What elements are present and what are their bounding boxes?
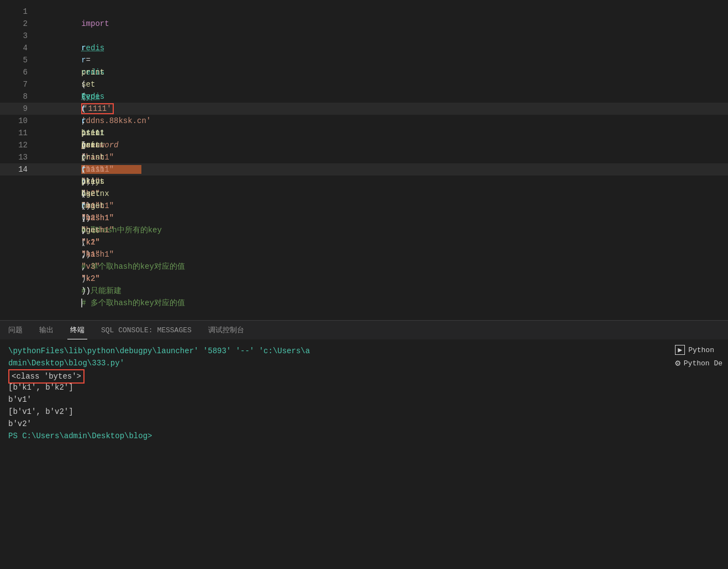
terminal-content: \pythonFiles\lib\python\debugpy\launcher… <box>0 339 728 569</box>
python-debug-item[interactable]: ⚙ Python De <box>675 358 722 369</box>
code-line-1: import redis <box>39 6 728 18</box>
code-line-11: print ( r . hget ( "hash1" , "k1" )) # 单… <box>39 127 728 139</box>
code-line-9: r . hset ( "hash1" , "k2" , "v2" ) <box>39 103 728 115</box>
terminal-line-7: b'v2' <box>8 418 720 430</box>
line-num-9: 9 <box>0 103 39 115</box>
code-container: 1 2 3 4 5 6 7 8 9 10 11 12 13 14 import … <box>0 0 728 320</box>
code-line-12: print ( r . hmget ( "hash1" , "k1" , "k2… <box>39 139 728 151</box>
terminal-line-4: [b'k1', b'k2'] <box>8 381 720 393</box>
tab-debug-console[interactable]: 调试控制台 <box>205 321 247 340</box>
python-debug-label: Python De <box>684 359 722 368</box>
line-num-12: 12 <box>0 139 39 151</box>
line-num-11: 11 <box>0 127 39 139</box>
tab-output[interactable]: 输出 <box>36 321 56 340</box>
line-num-4: 4 <box>0 42 39 54</box>
code-line-2 <box>39 18 728 30</box>
terminal-area[interactable]: \pythonFiles\lib\python\debugpy\launcher… <box>0 339 728 448</box>
code-line-13: r . hsetnx ( "hash1" , "k2" , "v3" ) # 只… <box>39 151 728 163</box>
line-num-7: 7 <box>0 78 39 91</box>
line-num-13: 13 <box>0 151 39 163</box>
cursor <box>81 299 82 307</box>
line-num-1: 1 <box>0 6 39 18</box>
gear-icon: ⚙ <box>675 358 680 369</box>
terminal-line-1: \pythonFiles\lib\python\debugpy\launcher… <box>8 345 720 357</box>
set-key-highlight: '1111' <box>81 103 113 114</box>
terminal-line-6: [b'v1', b'v2'] <box>8 406 720 418</box>
python-label: Python <box>688 346 714 354</box>
line-num-8: 8 <box>0 91 39 103</box>
tab-problems[interactable]: 问题 <box>6 321 25 340</box>
line-numbers: 1 2 3 4 5 6 7 8 9 10 11 12 13 14 <box>0 0 39 320</box>
code-line-3: r = redis . Redis ( 'ddns.88ksk.cn' , pa… <box>39 30 728 42</box>
terminal-right-panel: ▶ Python ⚙ Python De <box>675 345 722 369</box>
tab-sql-console[interactable]: SQL CONSOLE: MESSAGES <box>98 321 194 340</box>
terminal-line-3: <class 'bytes'> <box>8 369 720 381</box>
line-num-3: 3 <box>0 30 39 42</box>
editor-area: 1 2 3 4 5 6 7 8 9 10 11 12 13 14 import … <box>0 0 728 320</box>
code-line-6 <box>39 66 728 78</box>
terminal-line-5: b'v1' <box>8 393 720 406</box>
line-num-2: 2 <box>0 18 39 30</box>
panel-bottom: 问题 输出 终端 SQL CONSOLE: MESSAGES 调试控制台 \py… <box>0 320 728 569</box>
code-lines[interactable]: import redis r = redis . Redis ( 'ddns.8… <box>39 0 728 320</box>
code-line-14: print ( r . hget ( "hash1" , "k2" )) <box>39 163 728 176</box>
python-run-item[interactable]: ▶ Python <box>675 345 722 355</box>
keyword-import: import <box>81 19 109 28</box>
run-triangle-icon: ▶ <box>675 345 685 355</box>
terminal-line-2: dmin\Desktop\blog\333.py' <box>8 357 720 369</box>
line-num-10: 10 <box>0 115 39 127</box>
terminal-line-8: PS C:\Users\admin\Desktop\blog> <box>8 430 720 442</box>
code-line-4: r . set ( '1111' , 11111 ) <box>39 42 728 54</box>
panel-tabs: 问题 输出 终端 SQL CONSOLE: MESSAGES 调试控制台 <box>0 320 728 339</box>
code-line-5: print ( type ( r . get ( '1111' ))) <box>39 54 728 66</box>
line-num-14: 14 <box>0 163 39 176</box>
code-line-7 <box>39 78 728 91</box>
line-num-6: 6 <box>0 66 39 78</box>
line-num-5: 5 <box>0 54 39 66</box>
tab-terminal[interactable]: 终端 <box>67 321 87 340</box>
code-line-8: r . hset ( "hash1" , "k1" , "v1" ) <box>39 91 728 103</box>
